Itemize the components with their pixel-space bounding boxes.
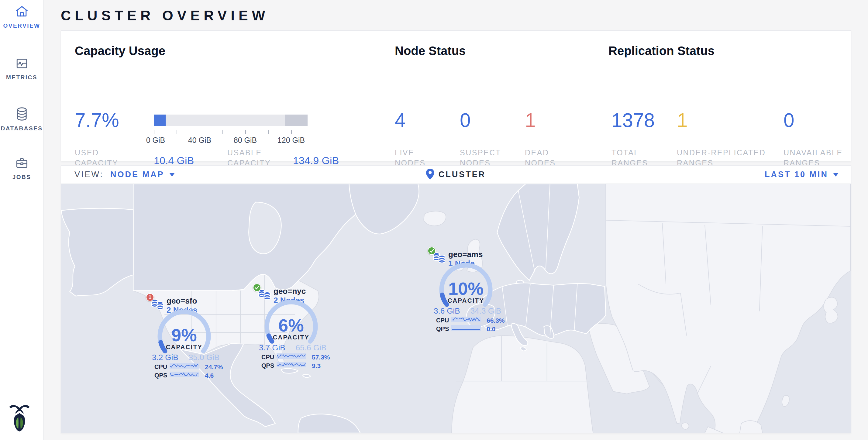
region-capacity-percent: 9% xyxy=(138,325,230,345)
capacity-usage-title: Capacity Usage xyxy=(75,44,165,58)
qps-label: QPS xyxy=(436,325,449,333)
capacity-used-percent: 7.7% xyxy=(75,109,119,132)
used-capacity-value: 10.4 GiB xyxy=(154,155,194,166)
used-capacity-label: USEDCAPACITY xyxy=(75,147,118,168)
node-map-card: VIEW: NODE MAP CLUSTER LAST 10 MIN xyxy=(61,165,851,433)
region-used-capacity: 3.6 GiB xyxy=(434,306,460,316)
under-replicated-ranges-count: 1 xyxy=(677,109,688,132)
page-title: CLUSTER OVERVIEW xyxy=(61,7,269,24)
live-nodes-count: 4 xyxy=(395,109,406,132)
sidebar-item-label: JOBS xyxy=(0,174,43,181)
sidebar-item-databases[interactable]: DATABASES xyxy=(0,107,43,132)
cpu-value: 66.3% xyxy=(487,317,505,324)
node-map-region-sfo[interactable]: 1 geo=sfo 2 Nodes xyxy=(138,292,230,382)
region-name: geo=nyc xyxy=(274,287,306,296)
sidebar-item-label: METRICS xyxy=(0,74,43,81)
cpu-sparkline xyxy=(451,317,481,322)
region-capacity-caption: CAPACITY xyxy=(138,344,230,351)
cpu-value: 57.3% xyxy=(312,354,330,361)
region-name: geo=ams xyxy=(448,250,483,259)
qps-row: QPS 4.6 xyxy=(138,371,230,379)
qps-sparkline xyxy=(169,372,199,377)
region-name: geo=sfo xyxy=(166,296,197,306)
qps-sparkline xyxy=(451,325,481,331)
time-range-dropdown[interactable]: LAST 10 MIN xyxy=(765,170,839,179)
capacity-bar-reserved xyxy=(285,115,308,126)
sidebar-item-metrics[interactable]: METRICS xyxy=(0,57,43,81)
usable-capacity-value: 134.9 GiB xyxy=(293,155,339,166)
region-used-capacity: 3.2 GiB xyxy=(152,353,178,362)
node-map-region-nyc[interactable]: geo=nyc 2 Nodes 6% CAPACITY 3.7 GiB 65.6… xyxy=(246,282,337,372)
map-toolbar: VIEW: NODE MAP CLUSTER LAST 10 MIN xyxy=(61,166,851,184)
metrics-icon xyxy=(0,57,43,71)
qps-label: QPS xyxy=(154,372,167,379)
qps-value: 9.3 xyxy=(312,362,321,370)
map-pin-icon xyxy=(426,169,434,181)
dead-nodes-label: DEADNODES xyxy=(525,147,556,168)
usable-capacity-label: USABLECAPACITY xyxy=(227,147,271,168)
chevron-down-icon xyxy=(169,173,175,177)
breadcrumb-cluster: CLUSTER xyxy=(439,170,486,179)
time-range-value: LAST 10 MIN xyxy=(765,170,828,179)
region-capacity-caption: CAPACITY xyxy=(420,297,512,304)
suspect-nodes-label: SUSPECTNODES xyxy=(460,147,501,168)
under-replicated-ranges-label: UNDER-REPLICATEDRANGES xyxy=(677,147,766,168)
sidebar-item-label: OVERVIEW xyxy=(0,23,43,29)
view-selector-dropdown[interactable]: NODE MAP xyxy=(110,170,175,179)
cpu-label: CPU xyxy=(154,364,167,370)
total-ranges-count: 1378 xyxy=(612,109,655,132)
healthy-badge xyxy=(428,247,436,255)
qps-row: QPS 0.0 xyxy=(420,325,512,332)
qps-value: 0.0 xyxy=(487,325,495,333)
capacity-bar xyxy=(154,115,308,126)
cluster-overview-page: OVERVIEW METRICS DATABASES xyxy=(0,0,868,440)
dead-nodes-count: 1 xyxy=(525,109,536,132)
region-total-capacity: 35.0 GiB xyxy=(189,353,219,362)
region-total-capacity: 65.6 GiB xyxy=(296,343,327,352)
cpu-label: CPU xyxy=(261,354,274,361)
replication-status-title: Replication Status xyxy=(609,44,715,58)
home-icon xyxy=(0,5,43,20)
region-total-capacity: 34.3 GiB xyxy=(470,306,501,316)
cpu-row: CPU 57.3% xyxy=(246,353,337,360)
qps-row: QPS 9.3 xyxy=(246,362,337,369)
cockroachdb-logo xyxy=(8,402,31,433)
qps-sparkline xyxy=(277,362,306,367)
chevron-down-icon xyxy=(833,173,839,177)
node-map-region-ams[interactable]: geo=ams 1 Node 10% CAPACITY 3.6 GiB 34.3… xyxy=(420,246,512,335)
dead-node-badge: 1 xyxy=(146,293,154,302)
cluster-summary-card: Capacity Usage 7.7% 0 GiB 40 GiB 80 GiB … xyxy=(61,30,851,161)
cpu-row: CPU 24.7% xyxy=(138,363,230,370)
databases-icon xyxy=(0,107,43,122)
node-status-title: Node Status xyxy=(395,44,466,58)
cpu-sparkline xyxy=(169,363,199,369)
suspect-nodes-count: 0 xyxy=(460,109,471,132)
cpu-sparkline xyxy=(277,353,306,359)
total-ranges-label: TOTALRANGES xyxy=(612,147,648,168)
region-capacity-caption: CAPACITY xyxy=(246,334,337,341)
cpu-label: CPU xyxy=(436,317,449,324)
cpu-row: CPU 66.3% xyxy=(420,316,512,324)
view-selector-value: NODE MAP xyxy=(110,170,164,179)
qps-label: QPS xyxy=(261,362,274,369)
view-label: VIEW: xyxy=(74,170,104,179)
live-nodes-label: LIVENODES xyxy=(395,147,426,168)
sidebar-item-overview[interactable]: OVERVIEW xyxy=(0,5,43,29)
sidebar-item-jobs[interactable]: JOBS xyxy=(0,156,43,181)
world-map: 1 geo=sfo 2 Nodes xyxy=(61,184,851,433)
sidebar: OVERVIEW METRICS DATABASES xyxy=(0,0,44,440)
unavailable-ranges-label: UNAVAILABLERANGES xyxy=(783,147,843,168)
healthy-badge xyxy=(253,284,261,292)
capacity-bar-fill xyxy=(154,115,166,126)
region-used-capacity: 3.7 GiB xyxy=(259,343,285,352)
sidebar-item-label: DATABASES xyxy=(0,125,43,132)
capacity-bar-ticks xyxy=(154,130,308,134)
qps-value: 4.6 xyxy=(205,372,214,379)
cpu-value: 24.7% xyxy=(205,364,223,371)
jobs-icon xyxy=(0,156,43,171)
region-capacity-percent: 10% xyxy=(420,278,512,299)
region-capacity-percent: 6% xyxy=(246,315,337,336)
unavailable-ranges-count: 0 xyxy=(783,109,795,132)
